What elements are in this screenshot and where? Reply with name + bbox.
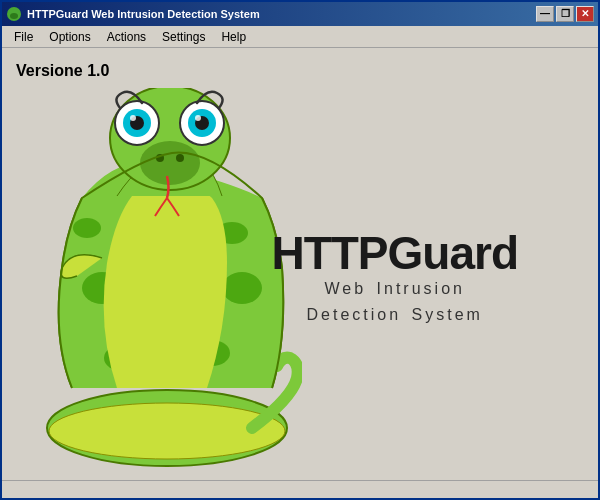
- title-bar: HTTPGuard Web Intrusion Detection System…: [2, 2, 598, 26]
- version-label: Versione 1.0: [16, 62, 109, 80]
- menu-options[interactable]: Options: [41, 28, 98, 46]
- svg-point-11: [222, 272, 262, 304]
- main-window: HTTPGuard Web Intrusion Detection System…: [0, 0, 600, 500]
- app-subtitle-line1: Web Intrusion: [325, 280, 465, 297]
- app-name: HTTPGuard: [271, 230, 518, 276]
- menu-help[interactable]: Help: [213, 28, 254, 46]
- svg-point-17: [140, 141, 200, 185]
- title-buttons: — ❐ ✕: [536, 6, 594, 22]
- snake-illustration: [12, 88, 302, 478]
- menu-settings[interactable]: Settings: [154, 28, 213, 46]
- content-area: Versione 1.0: [2, 48, 598, 480]
- menu-bar: File Options Actions Settings Help: [2, 26, 598, 48]
- close-button[interactable]: ✕: [576, 6, 594, 22]
- svg-point-27: [176, 154, 184, 162]
- illustration-area: HTTPGuard Web Intrusion Detection System: [2, 88, 598, 470]
- restore-button[interactable]: ❐: [556, 6, 574, 22]
- minimize-button[interactable]: —: [536, 6, 554, 22]
- status-bar: [2, 480, 598, 498]
- title-bar-left: HTTPGuard Web Intrusion Detection System: [6, 6, 260, 22]
- title-icon: [6, 6, 22, 22]
- app-subtitle-line2: Detection System: [307, 306, 483, 323]
- app-title-area: HTTPGuard Web Intrusion Detection System: [271, 230, 518, 327]
- app-subtitle: Web Intrusion Detection System: [271, 276, 518, 327]
- svg-point-1: [10, 13, 18, 19]
- svg-point-25: [195, 115, 201, 121]
- svg-point-14: [73, 218, 101, 238]
- svg-point-24: [130, 115, 136, 121]
- menu-file[interactable]: File: [6, 28, 41, 46]
- window-title: HTTPGuard Web Intrusion Detection System: [27, 8, 260, 20]
- menu-actions[interactable]: Actions: [99, 28, 154, 46]
